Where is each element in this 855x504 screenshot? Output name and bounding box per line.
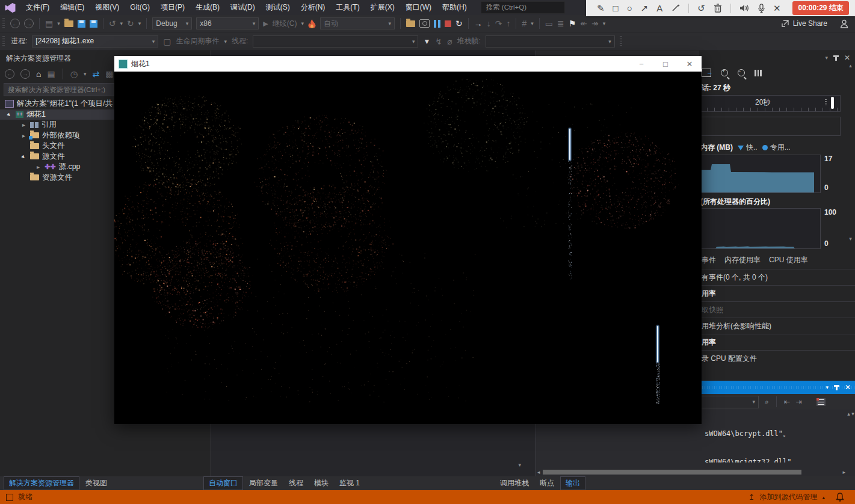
nav-forward-icon[interactable]: → <box>24 19 34 28</box>
menu-edit[interactable]: 编辑(E) <box>55 0 90 15</box>
pending-changes-filter-icon[interactable]: ◷ <box>70 69 78 79</box>
events-summary-row[interactable]: 有事件(0 个, 共 0 个) <box>699 269 855 285</box>
suspend-threads-icon[interactable]: ⌀ <box>447 37 452 46</box>
pencil-icon[interactable]: ✎ <box>597 4 605 13</box>
maximize-icon[interactable]: □ <box>653 60 678 69</box>
close-icon[interactable]: ✕ <box>773 4 781 13</box>
registers-icon[interactable]: ≣ <box>557 19 564 28</box>
undo-icon[interactable]: ↺ <box>109 19 116 28</box>
timeline-current-marker[interactable] <box>831 97 834 109</box>
laser-pen-icon[interactable] <box>671 4 680 13</box>
scroll-up-icon[interactable]: ▴ <box>847 411 850 417</box>
timeline-ruler[interactable]: 20秒 <box>699 95 841 112</box>
thread-dropdown[interactable]: ▾ <box>253 35 418 48</box>
minimize-icon[interactable]: − <box>629 60 653 69</box>
export-icon[interactable] <box>702 69 711 77</box>
fireworks-window-title-bar[interactable]: 烟花1 − □ ✕ <box>114 56 702 72</box>
restart-icon[interactable]: ↻ <box>455 19 463 28</box>
save-icon[interactable] <box>78 20 85 28</box>
tab-watch-1[interactable]: 监视 1 <box>335 477 365 490</box>
microphone-icon[interactable] <box>758 4 765 13</box>
stop-debug-icon[interactable] <box>445 20 451 27</box>
new-project-icon[interactable]: ▤ <box>45 19 53 28</box>
rectangle-icon[interactable]: □ <box>613 4 619 13</box>
step-into-icon[interactable]: ↓ <box>487 19 491 28</box>
memory-usage-chart[interactable] <box>699 155 821 193</box>
hot-reload-flame-icon[interactable] <box>308 19 316 28</box>
scroll-left-icon[interactable]: ◂ <box>537 469 540 475</box>
output-horizontal-scrollbar[interactable]: ◂ ▸ <box>537 469 845 476</box>
pause-icon[interactable] <box>434 20 440 28</box>
chevron-collapsed-icon[interactable]: ▸ <box>20 121 27 128</box>
ellipse-icon[interactable]: ○ <box>627 4 632 13</box>
undo-icon[interactable]: ↺ <box>697 4 705 13</box>
platform-dropdown[interactable]: x86▾ <box>196 17 259 29</box>
step-out-icon[interactable]: ↑ <box>506 19 510 28</box>
text-icon[interactable]: A <box>656 4 662 13</box>
step-over-icon[interactable]: ↷ <box>495 19 502 28</box>
zoom-in-icon[interactable]: + <box>721 69 728 76</box>
tab-locals[interactable]: 局部变量 <box>244 477 283 490</box>
tab-breakpoints[interactable]: 断点 <box>535 477 559 490</box>
next-bookmark-icon[interactable]: ↠ <box>591 19 599 28</box>
memory-window-icon[interactable]: ▭ <box>545 19 553 28</box>
prev-bookmark-icon[interactable]: ↞ <box>580 19 587 28</box>
stackframe-dropdown[interactable]: ▾ <box>486 35 615 48</box>
chevron-collapsed-icon[interactable]: ▸ <box>35 164 42 170</box>
goto-prev-message-icon[interactable]: ⇤ <box>784 398 790 406</box>
scroll-down-icon[interactable]: ▾ <box>518 462 521 468</box>
heap-profiling-row[interactable]: 用堆分析(会影响性能) <box>699 318 855 334</box>
menu-debug[interactable]: 调试(D) <box>225 0 261 15</box>
process-dropdown[interactable]: [24208] 烟花1.exe▾ <box>32 35 158 48</box>
tab-call-stack[interactable]: 调用堆栈 <box>495 477 534 490</box>
legend-private-bytes[interactable]: 专用... <box>762 143 791 153</box>
pin-icon[interactable] <box>836 385 838 390</box>
close-icon[interactable]: ✕ <box>845 383 851 392</box>
chevron-expanded-icon[interactable]: ▸ <box>19 152 29 161</box>
cpu-usage-chart[interactable] <box>699 208 821 249</box>
properties-icon[interactable]: ▩ <box>105 69 113 79</box>
notifications-bell-icon[interactable] <box>836 493 844 502</box>
open-folder-icon[interactable] <box>64 20 73 27</box>
tab-output[interactable]: 输出 <box>560 476 585 490</box>
background-tasks-icon[interactable] <box>6 494 13 501</box>
nav-back-icon[interactable]: ← <box>10 19 20 28</box>
memory-usage-header-row[interactable]: 用率 <box>699 285 855 301</box>
se-forward-icon[interactable]: → <box>20 69 30 79</box>
chevron-collapsed-icon[interactable]: ▸ <box>20 132 27 139</box>
speaker-icon[interactable] <box>739 4 750 13</box>
filter-threads-icon[interactable]: ▼ <box>423 37 430 46</box>
tab-modules[interactable]: 模块 <box>309 477 333 490</box>
clear-all-icon[interactable] <box>816 398 826 406</box>
flag-threads-icon[interactable]: ↯ <box>435 37 442 46</box>
menu-project[interactable]: 项目(P) <box>155 0 190 15</box>
cpu-usage-header-row[interactable]: 用率 <box>699 334 855 350</box>
zoom-out-icon[interactable]: - <box>738 69 745 76</box>
goto-next-message-icon[interactable]: ⇥ <box>796 398 802 406</box>
take-snapshot-row[interactable]: 取快照 <box>699 301 855 318</box>
scroll-down-icon[interactable]: ▾ <box>851 411 854 417</box>
feedback-icon[interactable] <box>840 19 849 28</box>
menu-git[interactable]: Git(G) <box>125 0 155 15</box>
scroll-up-icon[interactable]: ▴ <box>846 63 855 69</box>
interactive-window-icon[interactable]: # <box>522 19 526 28</box>
output-vertical-scrollbar[interactable]: ▴ ▾ <box>847 411 855 473</box>
menu-extensions[interactable]: 扩展(X) <box>365 0 400 15</box>
quick-search-input[interactable]: 搜索 (Ctrl+Q) <box>481 1 565 14</box>
bookmark-icon[interactable]: ⚑ <box>569 19 576 28</box>
tab-events[interactable]: 事件 <box>702 255 716 265</box>
menu-help[interactable]: 帮助(H) <box>437 0 472 15</box>
toolbar-drag-handle[interactable] <box>620 36 622 47</box>
toolbar-drag-handle[interactable] <box>2 36 5 47</box>
auto-dropdown[interactable]: 自动▾ <box>320 17 395 29</box>
fireworks-app-window[interactable]: 烟花1 − □ ✕ <box>114 56 702 424</box>
legend-snapshot[interactable]: 快.. <box>738 143 758 153</box>
reset-view-icon[interactable] <box>755 70 762 76</box>
save-all-icon[interactable] <box>90 20 97 28</box>
sync-with-active-document-icon[interactable]: ⇄ <box>92 69 99 79</box>
home-icon[interactable]: ⌂ <box>36 69 41 79</box>
close-icon[interactable]: ✕ <box>678 60 702 69</box>
redo-icon[interactable]: ↻ <box>127 19 134 28</box>
chevron-expanded-icon[interactable]: ▸ <box>5 109 14 119</box>
push-arrow-icon[interactable]: ↥ <box>749 493 755 502</box>
